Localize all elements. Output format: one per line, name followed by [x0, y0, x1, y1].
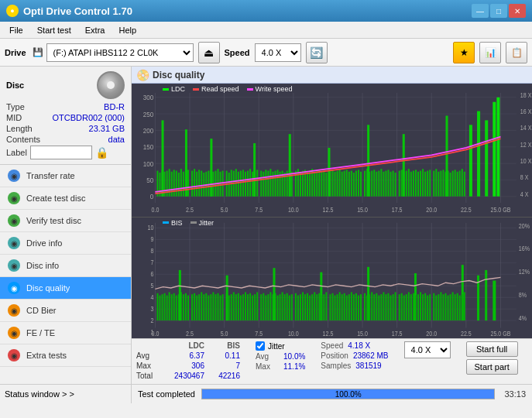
stats-empty — [136, 341, 161, 350]
drive-info-label: Drive info — [26, 238, 62, 248]
svg-rect-356 — [440, 292, 441, 320]
svg-text:0.0: 0.0 — [151, 206, 159, 214]
eject-button[interactable]: ⏏ — [198, 42, 220, 63]
svg-rect-338 — [395, 292, 396, 320]
svg-rect-246 — [194, 293, 195, 320]
svg-rect-127 — [360, 172, 362, 197]
action-btn-3[interactable]: 📋 — [506, 42, 527, 63]
menu-bar: File Start test Extra Help — [0, 22, 532, 39]
disc-info-icon: ◉ — [8, 259, 20, 272]
disc-label-input[interactable] — [30, 146, 92, 159]
speed-label: Speed — [225, 48, 250, 57]
sidebar-item-disc-info[interactable]: ◉ Disc info — [0, 255, 131, 277]
svg-rect-281 — [280, 294, 281, 320]
svg-rect-181 — [485, 120, 488, 196]
svg-rect-354 — [435, 295, 437, 320]
svg-rect-108 — [314, 172, 315, 197]
svg-rect-330 — [376, 293, 377, 320]
svg-rect-53 — [178, 173, 180, 197]
svg-rect-159 — [440, 171, 441, 197]
contents-label: Contents — [6, 135, 40, 144]
svg-rect-355 — [438, 294, 439, 320]
svg-text:20%: 20% — [519, 221, 530, 229]
svg-rect-133 — [376, 172, 377, 197]
speed-select[interactable]: 4.0 X 1.0 X 2.0 X 6.0 X 8.0 X — [255, 43, 301, 62]
start-full-button[interactable]: Start full — [466, 341, 518, 357]
svg-rect-257 — [220, 295, 221, 320]
svg-rect-280 — [277, 295, 279, 320]
drive-icon: 💾 — [33, 47, 43, 57]
menu-help[interactable]: Help — [112, 24, 142, 36]
svg-rect-119 — [342, 172, 343, 197]
menu-start-test[interactable]: Start test — [31, 24, 77, 36]
svg-text:15.0: 15.0 — [357, 329, 368, 337]
sidebar-item-cd-bier[interactable]: ◉ CD Bier — [0, 300, 131, 322]
menu-file[interactable]: File — [3, 24, 29, 36]
jitter-checkbox[interactable] — [256, 341, 265, 351]
status-window-button[interactable]: Status window > > — [0, 385, 132, 403]
minimize-button[interactable]: — — [472, 4, 489, 18]
svg-rect-297 — [295, 293, 297, 320]
svg-rect-70 — [220, 172, 221, 197]
svg-text:16%: 16% — [519, 244, 530, 252]
sidebar-item-transfer-rate[interactable]: ◉ Transfer rate — [0, 165, 131, 187]
svg-rect-261 — [231, 294, 232, 320]
maximize-button[interactable]: □ — [490, 4, 507, 18]
svg-rect-151 — [420, 171, 421, 197]
svg-text:10.0: 10.0 — [288, 329, 299, 337]
bottom-chart-legend: BIS Jitter — [163, 219, 214, 227]
svg-rect-141 — [395, 173, 396, 197]
svg-rect-350 — [424, 293, 426, 320]
svg-rect-118 — [339, 169, 341, 197]
svg-rect-132 — [373, 170, 375, 196]
svg-rect-175 — [328, 148, 330, 197]
action-btn-1[interactable]: ★ — [453, 42, 475, 63]
sidebar-item-drive-info[interactable]: ◉ Drive info — [0, 232, 131, 255]
drive-select[interactable]: (F:) ATAPI iHBS112 2 CL0K — [46, 43, 194, 62]
svg-rect-308 — [321, 295, 322, 320]
action-btn-2[interactable]: 📊 — [479, 42, 501, 63]
progress-bar-container: 100.0% — [201, 389, 495, 399]
start-part-button[interactable]: Start part — [466, 359, 518, 375]
svg-rect-289 — [273, 268, 275, 320]
svg-rect-300 — [302, 292, 304, 320]
sidebar-item-fe-te[interactable]: ◉ FE / TE — [0, 322, 131, 344]
svg-rect-263 — [235, 294, 237, 320]
svg-rect-176 — [367, 125, 369, 196]
speed-val-display: 4.18 X — [348, 341, 370, 350]
main-layout: Disc Type BD-R MID OTCBDR002 (000) Lengt… — [0, 67, 532, 384]
svg-rect-313 — [335, 295, 336, 320]
svg-rect-136 — [383, 172, 384, 197]
sidebar-item-extra-tests[interactable]: ◉ Extra tests — [0, 344, 131, 367]
sidebar-item-disc-quality[interactable]: ◉ Disc quality — [0, 277, 131, 300]
close-button[interactable]: ✕ — [509, 4, 526, 18]
svg-rect-172 — [210, 139, 212, 197]
svg-text:9: 9 — [150, 235, 153, 243]
svg-rect-352 — [429, 294, 431, 320]
stats-speed-select[interactable]: 4.0 X 1.0 X 2.0 X — [404, 341, 451, 358]
jitter-max-label: Max — [256, 362, 280, 371]
svg-rect-165 — [455, 170, 456, 196]
svg-rect-252 — [208, 295, 209, 320]
svg-rect-345 — [413, 293, 414, 320]
disc-panel-title: Disc — [6, 81, 24, 90]
svg-rect-157 — [435, 169, 437, 197]
mid-label: MID — [6, 113, 22, 122]
jitter-max-value: 11.1% — [283, 362, 305, 371]
svg-rect-166 — [457, 172, 458, 197]
svg-rect-93 — [277, 170, 279, 196]
svg-rect-267 — [245, 292, 246, 320]
svg-rect-258 — [222, 294, 224, 320]
svg-rect-158 — [438, 172, 439, 197]
svg-text:2.5: 2.5 — [186, 329, 194, 337]
svg-text:12 X: 12 X — [520, 141, 532, 149]
sidebar-item-create-test-disc[interactable]: ◉ Create test disc — [0, 187, 131, 210]
status-text-area: Test completed 100.0% 33:13 — [132, 389, 532, 399]
menu-extra[interactable]: Extra — [79, 24, 112, 36]
svg-rect-340 — [401, 293, 403, 320]
lock-icon[interactable]: 🔒 — [95, 146, 108, 159]
refresh-button[interactable]: 🔄 — [306, 42, 328, 63]
svg-rect-276 — [267, 294, 269, 320]
sidebar-item-verify-test-disc[interactable]: ◉ Verify test disc — [0, 210, 131, 232]
svg-rect-365 — [462, 294, 463, 320]
